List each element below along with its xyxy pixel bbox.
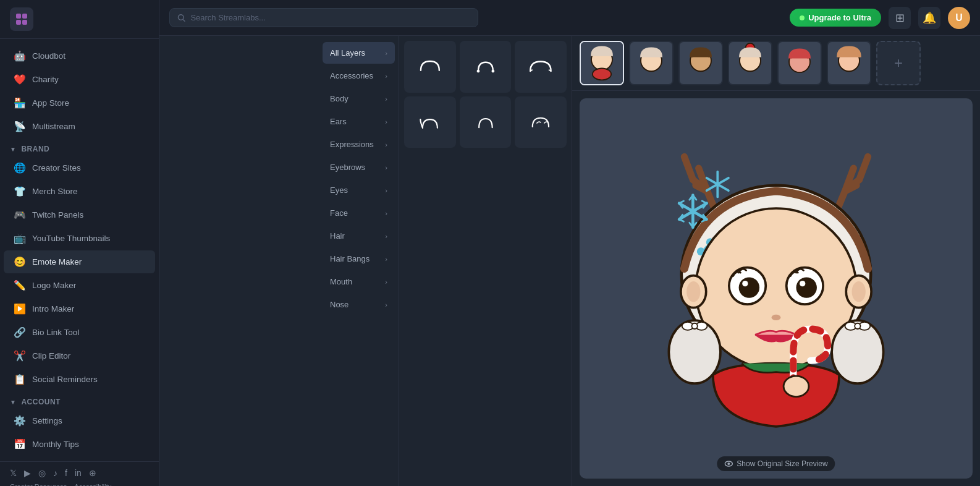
creator-sites-icon: 🌐 [14, 162, 26, 174]
sidebar-item-appstore[interactable]: 🏪 App Store [4, 92, 155, 114]
svg-point-36 [796, 277, 817, 297]
option-item-2[interactable] [460, 41, 512, 93]
sidebar-item-bio-link[interactable]: 🔗 Bio Link Tool [4, 321, 155, 344]
svg-point-39 [772, 314, 781, 320]
chevron-down-icon: ▼ [10, 146, 16, 153]
chevron-right-icon: › [385, 164, 387, 171]
variant-thumb-3[interactable] [678, 41, 723, 85]
sidebar-item-intro-maker[interactable]: ▶️ Intro Maker [4, 297, 155, 320]
layer-eyes[interactable]: Eyes › [323, 179, 395, 201]
facebook-icon[interactable]: f [65, 468, 67, 478]
variant-thumb-2[interactable] [629, 41, 674, 85]
chevron-right-icon: › [385, 118, 387, 126]
sidebar-item-youtube-thumbnails[interactable]: 📺 YouTube Thumbnails [4, 227, 155, 250]
section-brand[interactable]: ▼ Brand [0, 139, 159, 156]
sidebar-item-cloudbot[interactable]: 🤖 Cloudbot [4, 45, 155, 67]
sidebar-item-charity[interactable]: ❤️ Charity [4, 68, 155, 91]
svg-point-31 [686, 281, 700, 301]
layer-face[interactable]: Face › [323, 202, 395, 224]
bio-link-icon: 🔗 [14, 326, 26, 338]
sidebar-item-merch-store[interactable]: 👕 Merch Store [4, 180, 155, 203]
sidebar-footer: 𝕏 ▶ ◎ ♪ f in ⊕ Creator Resources Accessi… [0, 461, 159, 486]
layer-all-layers[interactable]: All Layers › [323, 42, 395, 64]
svg-point-38 [800, 281, 805, 286]
notifications-button[interactable]: 🔔 [918, 7, 940, 29]
settings-icon: ⚙️ [14, 415, 26, 427]
upgrade-dot [800, 15, 805, 20]
option-item-5[interactable] [460, 96, 512, 148]
linkedin-icon[interactable]: in [75, 468, 82, 478]
logo-icon: ✏️ [14, 279, 26, 291]
variant-thumb-1[interactable] [580, 41, 624, 85]
chevron-right-icon: › [385, 210, 387, 217]
section-account[interactable]: ▼ Account [0, 391, 159, 409]
svg-point-37 [742, 281, 748, 286]
character-svg [615, 122, 937, 456]
svg-point-35 [739, 277, 759, 297]
layer-ears[interactable]: Ears › [323, 111, 395, 132]
twitter-icon[interactable]: 𝕏 [10, 468, 17, 478]
search-bar[interactable] [169, 8, 478, 27]
chevron-right-icon: › [385, 187, 387, 194]
layer-accessories[interactable]: Accessories › [323, 65, 395, 87]
options-grid [404, 41, 567, 148]
sidebar-item-monthly-tips[interactable]: 📅 Monthly Tips [4, 433, 155, 456]
sidebar-item-social-reminders[interactable]: 📋 Social Reminders [4, 368, 155, 391]
logo-area[interactable] [0, 0, 159, 39]
accessibility-link[interactable]: Accessibility [74, 483, 111, 486]
sidebar-item-emote-maker[interactable]: 😊 Emote Maker [4, 250, 155, 273]
apps-button[interactable]: ⊞ [889, 7, 911, 29]
layer-hair-bangs[interactable]: Hair Bangs › [323, 248, 395, 270]
svg-rect-1 [22, 14, 27, 19]
option-item-6[interactable] [515, 96, 567, 148]
bow-right [845, 322, 870, 330]
option-item-4[interactable] [404, 96, 456, 148]
upgrade-button[interactable]: Upgrade to Ultra [790, 9, 881, 27]
emote-icon: 😊 [14, 256, 26, 268]
layer-body[interactable]: Body › [323, 88, 395, 109]
chevron-right-icon: › [385, 232, 387, 240]
character-display [580, 98, 973, 479]
sidebar-item-creator-sites[interactable]: 🌐 Creator Sites [4, 156, 155, 179]
chevron-right-icon: › [385, 255, 387, 263]
variant-thumb-4[interactable] [728, 41, 772, 85]
sidebar-item-twitch-panels[interactable]: 🎮 Twitch Panels [4, 203, 155, 226]
variant-thumb-6[interactable] [827, 41, 871, 85]
layer-nose[interactable]: Nose › [323, 294, 395, 315]
youtube-icon: 📺 [14, 232, 26, 244]
layer-hair[interactable]: Hair › [323, 225, 395, 247]
layer-eyebrows[interactable]: Eyebrows › [323, 156, 395, 178]
option-item-3[interactable] [515, 41, 567, 93]
svg-rect-0 [16, 14, 21, 19]
sidebar-navigation: 🤖 Cloudbot ❤️ Charity 🏪 App Store 📡 Mult… [0, 39, 159, 461]
svg-point-50 [727, 463, 730, 465]
sidebar-item-clip-editor[interactable]: ✂️ Clip Editor [4, 344, 155, 367]
add-variant-button[interactable]: + [876, 41, 921, 85]
youtube-social-icon[interactable]: ▶ [24, 468, 31, 478]
layer-mouth[interactable]: Mouth › [323, 271, 395, 292]
show-preview-label[interactable]: Show Original Size Preview [717, 456, 835, 471]
main-area: All Layers › Accessories › Body › Ears ›… [319, 36, 980, 486]
search-input[interactable] [190, 13, 470, 22]
instagram-icon[interactable]: ◎ [38, 468, 46, 478]
header-bar: Upgrade to Ultra ⊞ 🔔 U [159, 0, 980, 36]
discord-icon[interactable]: ⊕ [89, 468, 96, 478]
header-right: Upgrade to Ultra ⊞ 🔔 U [790, 7, 970, 29]
sidebar-item-logo-maker[interactable]: ✏️ Logo Maker [4, 274, 155, 297]
sidebar-item-multistream[interactable]: 📡 Multistream [4, 115, 155, 138]
variants-row: + [572, 36, 980, 91]
svg-point-32 [852, 281, 866, 301]
footer-links: Creator Resources Accessibility [10, 483, 149, 486]
svg-point-44 [692, 323, 698, 328]
sidebar-item-settings[interactable]: ⚙️ Settings [4, 409, 155, 432]
layer-expressions[interactable]: Expressions › [323, 134, 395, 155]
svg-point-6 [491, 70, 494, 73]
chevron-right-icon: › [385, 301, 387, 309]
variant-thumb-5[interactable] [777, 41, 822, 85]
tiktok-icon[interactable]: ♪ [53, 468, 57, 478]
option-item-1[interactable] [404, 41, 456, 93]
svg-point-5 [476, 70, 479, 73]
creator-resources-link[interactable]: Creator Resources [10, 483, 67, 486]
svg-rect-2 [16, 20, 21, 25]
user-avatar[interactable]: U [948, 7, 970, 29]
